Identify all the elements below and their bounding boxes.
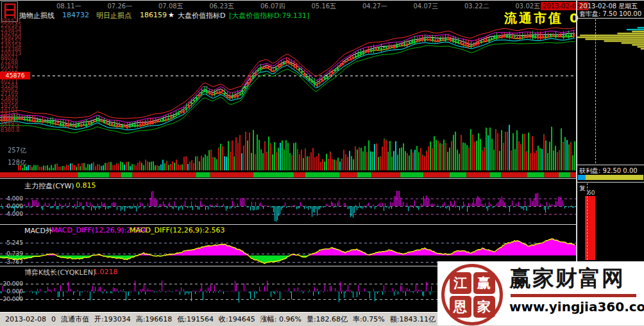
seal-char: 家 [473, 296, 495, 318]
status-segment: 流通市值 [61, 315, 89, 323]
macd-indicator-canvas[interactable] [0, 234, 576, 265]
chip-distribution-canvas[interactable] [577, 18, 644, 82]
date-tick: 06.07四 [260, 2, 285, 11]
date-tick: 03.22二 [464, 2, 489, 11]
status-segment: 涨幅: 0.96% [260, 315, 301, 323]
index-indicator-label: 大盘价值指标D [178, 11, 225, 20]
crosshair-dashed-line [595, 19, 596, 163]
date-tick: 04.07三 [414, 2, 439, 11]
status-segment: 率:0.75% [353, 315, 385, 323]
panel-divider [0, 224, 576, 225]
status-segment: 0 [51, 315, 56, 323]
profit-values: 92.50 0.00 [603, 167, 638, 174]
sidebar-section-line [577, 165, 644, 165]
status-segment: 开:193034 [94, 315, 131, 323]
seal-char: 赢 [473, 272, 495, 294]
date-tick: 05.16五 [312, 2, 337, 11]
main-chart-canvas[interactable] [0, 21, 576, 178]
highlight-price-label: 45876 [0, 72, 30, 79]
date-tick: 08.11一 [56, 2, 81, 11]
sidebar-section-line [577, 182, 644, 183]
date-tick: 06.23五 [210, 2, 235, 11]
watermark-url: www.yingjia360.com [509, 299, 644, 314]
volume-axis-label: 257亿 [8, 146, 26, 155]
gauge-dashed-line [587, 183, 588, 260]
status-segment: 2013-02-08 [5, 315, 46, 323]
date-tick: 07.26一 [108, 2, 133, 11]
trapped-values: 7.50 100.00 [603, 10, 641, 17]
gauge-value-label: 60 [588, 190, 595, 196]
trapped-line: 套牢盘: 7.50 100.00 [579, 10, 641, 19]
star-icon: ★ [168, 11, 174, 19]
seal-char: 江 [450, 272, 471, 294]
next-stop-value: 186159 [140, 11, 167, 19]
period-dates: 08.11一07.26一07.08五06.23五06.07四05.16五04.2… [0, 2, 539, 11]
watermark-title: 赢家财富网 [509, 264, 625, 293]
date-tick: 04.27一 [362, 2, 387, 11]
top-border [0, 0, 644, 1]
profit-label: 获利盘: [579, 167, 600, 174]
status-segment: 低:191564 [177, 315, 214, 323]
adjust-mode-tag[interactable]: 复 [579, 184, 586, 193]
date-tick: 07.08五 [158, 2, 183, 11]
cyw-indicator-canvas[interactable] [0, 190, 576, 224]
seal-char: 恩 [450, 296, 471, 318]
watermark-underline [511, 294, 636, 297]
status-segment: 收:194645 [219, 315, 255, 323]
price-scale-value: 8380.8 [1, 128, 30, 132]
watermark: 江赢恩家 赢家财富网 www.yingjia360.com [437, 261, 644, 325]
profit-line: 获利盘: 92.50 0.00 [579, 167, 638, 175]
sar-value: 184732 [62, 11, 89, 19]
profit-ratio-bar [578, 175, 643, 180]
index-indicator-bracket: [大盘价值指标D:79.131] [229, 11, 309, 20]
panel2-legend-diff2: MACD_DIFF(12,26,9):2.563 [130, 226, 225, 234]
panel3-value: 1.0218 [93, 268, 118, 276]
volume-axis-label: 128亿 [8, 158, 26, 167]
seal-logo: 江赢恩家 [441, 264, 503, 325]
status-segment: 量:182.68亿 [307, 315, 348, 323]
trapped-ratio-segment [578, 175, 586, 180]
panel1-value: 0.815 [76, 181, 96, 190]
trading-app-window: 日 08.11一07.26一07.08五06.23五06.07四05.16五04… [0, 0, 644, 326]
trapped-label: 套牢盘: [579, 10, 600, 17]
panel1-title[interactable]: 主力控盘(CYW) [24, 181, 74, 191]
status-segment: 高:196618 [136, 315, 173, 323]
panel-divider [0, 178, 576, 179]
next-stop-label: 明日止损点 [96, 11, 131, 20]
status-segment: 额:1843.11亿 [390, 315, 436, 323]
